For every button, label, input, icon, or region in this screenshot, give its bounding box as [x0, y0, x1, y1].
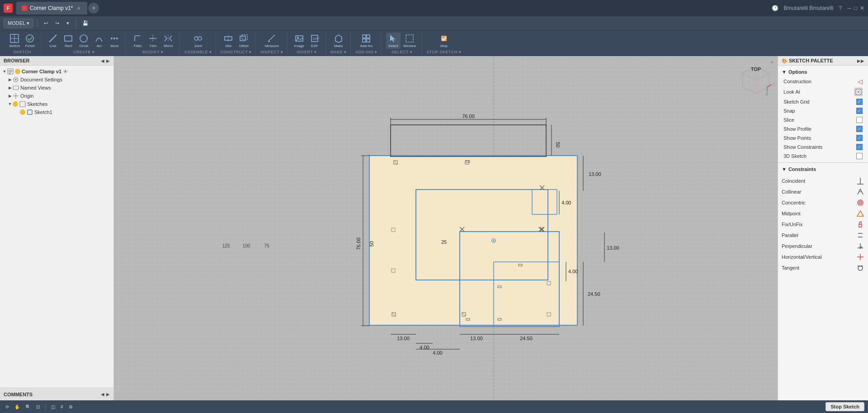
tree-arrow-sketches[interactable]: ▼ — [7, 101, 13, 107]
circle-button[interactable]: Circle — [76, 33, 91, 49]
view-cube-close-button[interactable]: ✕ — [770, 60, 774, 65]
zoom-fit-button[interactable]: ⊡ — [34, 404, 42, 410]
tree-arrow-docsettings[interactable]: ▶ — [7, 77, 13, 82]
constraint-row-coincident[interactable]: Coincident — [778, 176, 868, 186]
tree-item-namedviews[interactable]: ▶ Named Views — [0, 84, 113, 92]
sketch-canvas[interactable]: 125 100 75 76.00 50 — [114, 56, 778, 400]
constraint-row-collinear[interactable]: Collinear — [778, 186, 868, 197]
fillet-button[interactable]: Fillet — [130, 33, 145, 49]
showprofile-checkbox[interactable] — [856, 126, 863, 132]
insert-group-label: INSERT ▾ — [297, 50, 317, 54]
tree-item-docsettings[interactable]: ▶ Document Settings — [0, 76, 113, 84]
zoom-button[interactable]: 🔍 — [24, 404, 33, 410]
slice-checkbox[interactable] — [856, 117, 863, 123]
constraints-section-header[interactable]: ▼ Constraints — [782, 165, 864, 174]
tree-arrow-root[interactable]: ▼ — [2, 69, 7, 74]
constraint-row-midpoint[interactable]: Midpoint — [778, 208, 868, 219]
construct2-button[interactable]: Offset — [236, 33, 251, 49]
constraint-row-horizontalvertical[interactable]: Horizontal/Vertical — [778, 252, 868, 262]
make-button[interactable]: Make — [331, 33, 346, 49]
sketch-button[interactable]: Sketch — [7, 33, 22, 49]
more-create-button[interactable]: More — [107, 33, 122, 49]
palette-row-lookat[interactable]: Look At — [782, 86, 864, 97]
stop-sketch-toolbar-button[interactable]: Stop — [437, 33, 451, 49]
palette-row-snap[interactable]: Snap — [782, 106, 864, 115]
comments-expand-button[interactable]: ◀ — [101, 392, 104, 397]
construction-icon[interactable]: ◁ — [858, 78, 863, 85]
measure-bottom-button[interactable]: ⚙ — [67, 404, 75, 410]
minimize-button[interactable]: ─ — [847, 5, 851, 11]
tree-item-sketch1[interactable]: Sketch1 — [0, 108, 113, 116]
constraint-row-fixunfix[interactable]: Fix/UnFix — [778, 219, 868, 230]
palette-row-showconstraints[interactable]: Show Constraints — [782, 142, 864, 152]
add-tab-button[interactable]: + — [88, 3, 99, 14]
palette-row-showprofile[interactable]: Show Profile — [782, 124, 864, 133]
palette-expand-button[interactable]: ▶▶ — [857, 58, 864, 63]
orbit-button[interactable]: ⟳ — [4, 404, 11, 410]
comments-settings-button[interactable]: ▶ — [106, 392, 110, 397]
construct1-button[interactable]: Mid — [221, 33, 236, 49]
constraint-row-parallel[interactable]: Parallel — [778, 230, 868, 241]
help-icon[interactable]: ? — [839, 5, 842, 11]
mirror-button[interactable]: Mirror — [161, 33, 175, 49]
view-cube[interactable]: TOP X Z ✕ — [738, 60, 774, 96]
joint-button[interactable]: Joint — [191, 33, 205, 49]
display-button[interactable]: ◫ — [49, 404, 57, 410]
undo-button[interactable]: ↩ — [41, 19, 51, 28]
svg-rect-41 — [20, 101, 25, 107]
trim-button[interactable]: Trim — [146, 33, 160, 49]
separator2 — [75, 19, 76, 28]
lookat-button[interactable] — [854, 88, 863, 96]
palette-row-sketchgrid[interactable]: Sketch Grid — [782, 97, 864, 106]
undo-more-button[interactable]: ▾ — [64, 19, 72, 28]
3dsketch-checkbox[interactable] — [856, 153, 863, 159]
canvas-area[interactable]: 125 100 75 76.00 50 — [114, 56, 778, 400]
sketchgrid-checkbox[interactable] — [856, 99, 863, 105]
tab-close-button[interactable]: ✕ — [75, 5, 82, 11]
browser-collapse-button[interactable]: ▶ — [106, 58, 110, 63]
browser-expand-button[interactable]: ◀ — [101, 58, 104, 63]
dim-label-4-rt: 4.00 — [561, 200, 571, 205]
rect-button[interactable]: Rect — [61, 33, 75, 49]
grid-display-button[interactable]: # — [59, 404, 65, 410]
construct-icons: Mid Offset — [221, 33, 251, 49]
outer-rect[interactable] — [369, 156, 577, 325]
insert-img-button[interactable]: Image — [292, 33, 307, 49]
tree-arrow-namedviews[interactable]: ▶ — [7, 85, 13, 90]
showconstraints-checkbox[interactable] — [856, 144, 863, 150]
tree-item-root[interactable]: ▼ Corner Clamp v1 👁 — [0, 67, 113, 76]
window-select-button[interactable]: Window — [401, 33, 418, 49]
line-button[interactable]: Line — [46, 33, 60, 49]
insert-dxf-button[interactable]: DXF DXF — [307, 33, 322, 49]
palette-row-showpoints[interactable]: Show Points — [782, 133, 864, 142]
stop-sketch-button[interactable]: Stop Sketch — [826, 402, 864, 411]
arc-button[interactable]: Arc — [92, 33, 106, 49]
active-tab[interactable]: Corner Clamp v1* ✕ — [16, 2, 87, 14]
close-button[interactable]: ✕ — [860, 5, 864, 11]
constraint-row-tangent[interactable]: Tangent — [778, 262, 868, 273]
constraint-row-perpendicular[interactable]: Perpendicular — [778, 241, 868, 252]
tree-item-origin[interactable]: ▶ Origin — [0, 92, 113, 100]
finish-sketch-button[interactable]: Finish — [23, 33, 37, 49]
palette-row-slice[interactable]: Slice — [782, 115, 864, 124]
tree-item-sketches[interactable]: ▼ Sketches — [0, 100, 113, 108]
circle-icon — [79, 33, 89, 43]
showconstraints-label: Show Constraints — [783, 144, 822, 150]
tree-eye-root[interactable]: 👁 — [63, 69, 68, 74]
addins-button[interactable]: Add-Ins — [358, 33, 374, 49]
modify-icons: Fillet Trim Mirror — [130, 33, 175, 49]
palette-row-construction[interactable]: Construction ◁ — [782, 76, 864, 86]
pan-button[interactable]: ✋ — [13, 404, 22, 410]
measure-button[interactable]: Measure — [263, 33, 281, 49]
snap-checkbox[interactable] — [856, 108, 863, 114]
palette-row-3dsketch[interactable]: 3D Sketch — [782, 152, 864, 161]
constraint-row-concentric[interactable]: Concentric — [778, 197, 868, 208]
redo-button[interactable]: ↪ — [52, 19, 62, 28]
showpoints-checkbox[interactable] — [856, 135, 863, 141]
maximize-button[interactable]: □ — [854, 5, 857, 11]
model-dropdown-button[interactable]: MODEL ▾ — [4, 19, 33, 28]
save-button[interactable]: 💾 — [80, 19, 91, 28]
select-button[interactable]: Select — [386, 33, 401, 49]
tree-arrow-origin[interactable]: ▶ — [7, 93, 13, 99]
options-section-header[interactable]: ▼ Options — [782, 67, 864, 76]
